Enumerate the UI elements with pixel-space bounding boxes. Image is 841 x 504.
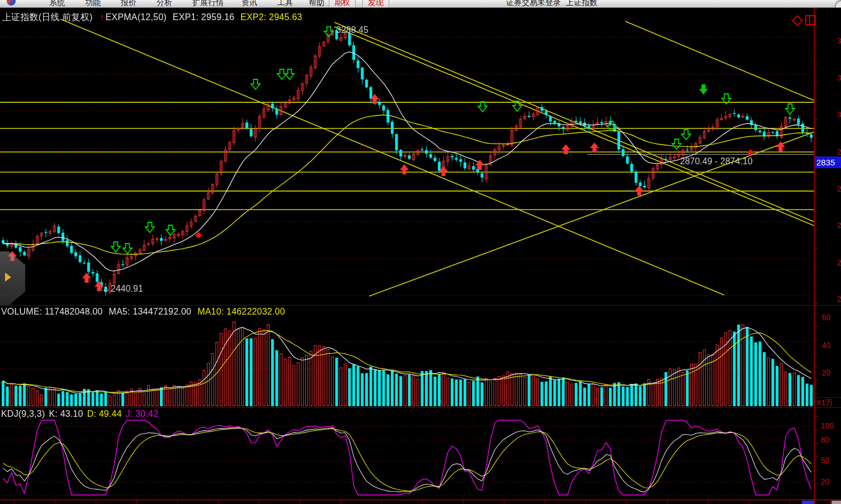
menu-item-2[interactable]: 报价 <box>121 0 136 8</box>
app-logo-icon[interactable] <box>7 0 16 6</box>
kdj-indicator-header: KDJ(9,3,3)K: 43.10D: 49.44J: 30.42 <box>1 409 158 419</box>
volume-ma5-value: MA5: 134472192.00 <box>109 307 192 316</box>
app-window: 系统功能报价分析扩展行情资讯工具帮助期权发现 证券交易未登录 上证指数 上证指数… <box>0 0 841 504</box>
main-axis-digit: 2 <box>837 259 841 267</box>
main-axis-digit: 2 <box>837 185 841 193</box>
menu-item-5[interactable]: 资讯 <box>242 0 257 8</box>
volume-indicator-header: VOLUME: 117482048.00MA5: 134472192.00MA1… <box>1 307 285 317</box>
kdj-label[interactable]: KDJ(9,3,3) <box>1 409 45 419</box>
chart-title: 上证指数(日线.前复权) <box>2 12 93 22</box>
exp1-value: EXP1: 2959.16 <box>173 12 234 22</box>
window-pill-button[interactable] <box>835 0 841 8</box>
up-arrow-icon: ↑ <box>100 12 105 22</box>
login-status-label[interactable]: 证券交易未登录 <box>506 0 561 8</box>
kdj-j-value: J: 30.42 <box>126 409 159 419</box>
kdj-k-value: K: 43.10 <box>49 409 83 419</box>
volume-value[interactable]: VOLUME: 117482048.00 <box>1 307 103 316</box>
kdj-axis-label: 20 <box>821 478 830 486</box>
menu-item-hot-0[interactable]: 期权 <box>329 0 356 8</box>
trough-price-label: ←2440.91 <box>102 284 143 294</box>
resize-corner[interactable] <box>831 501 841 504</box>
volume-multiplier-label: X1万 <box>815 397 841 408</box>
volume-axis-label: 20 <box>822 369 831 377</box>
menu-item-hot-1[interactable]: 发现 <box>362 0 389 8</box>
main-axis-digit: 2 <box>837 221 841 229</box>
main-axis-digit: 3 <box>837 37 841 45</box>
current-symbol-label[interactable]: 上证指数 <box>566 0 597 8</box>
volume-ma10-value: MA10: 146222032.00 <box>197 307 285 316</box>
expma-label[interactable]: EXPMA(12,50) <box>106 12 167 22</box>
main-axis-digit: 2 <box>837 295 841 303</box>
menu-item-4[interactable]: 扩展行情 <box>192 0 224 8</box>
kdj-axis-label: 100 <box>821 422 834 430</box>
peak-price-label: 3288.45 <box>336 25 368 35</box>
scrollbar-thumb[interactable] <box>802 501 814 504</box>
menu-item-0[interactable]: 系统 <box>49 0 65 8</box>
price-badge: 2835 <box>815 156 841 168</box>
volume-axis-label: 40 <box>822 341 831 349</box>
main-axis-digit: 3 <box>837 111 841 118</box>
main-indicator-header: 上证指数(日线.前复权)↑EXPMA(12,50)EXP1: 2959.16EX… <box>2 12 302 23</box>
window-split-icon[interactable] <box>805 15 816 25</box>
main-axis-digit: 2 <box>837 148 841 156</box>
expand-arrow-icon <box>5 273 11 282</box>
kdj-axis-label: 80 <box>821 436 830 444</box>
menu-bar: 系统功能报价分析扩展行情资讯工具帮助期权发现 证券交易未登录 上证指数 <box>0 0 841 8</box>
kdj-d-value: D: 49.44 <box>87 409 122 419</box>
kdj-axis-label: 50 <box>821 457 830 464</box>
volume-axis-label: 60 <box>822 313 831 321</box>
main-axis-digit: 3 <box>837 74 841 82</box>
exp2-value: EXP2: 2945.63 <box>240 12 302 22</box>
menu-item-6[interactable]: 工具 <box>277 0 293 8</box>
menu-item-7[interactable]: 帮助 <box>309 0 324 8</box>
range-price-label: 2870.49 - 2874.10 <box>680 156 753 167</box>
menu-item-1[interactable]: 功能 <box>85 0 101 8</box>
chart-canvas[interactable] <box>0 0 841 504</box>
menu-item-3[interactable]: 分析 <box>157 0 172 8</box>
